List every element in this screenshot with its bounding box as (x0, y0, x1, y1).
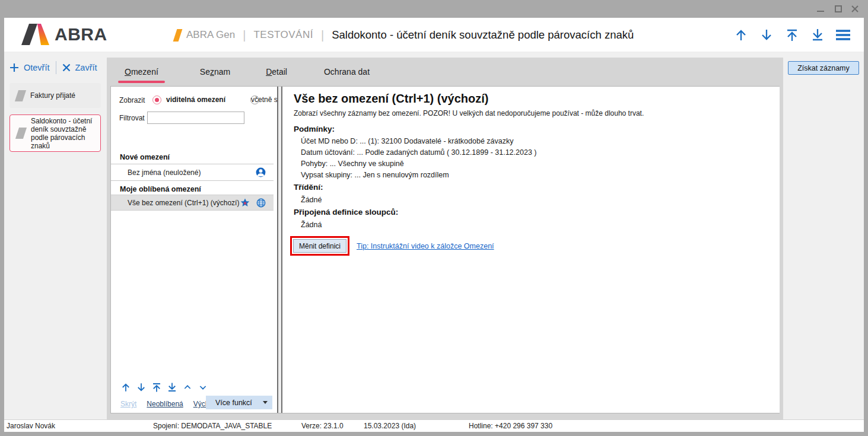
conditions-title: Podmínky: (294, 125, 335, 133)
move-up-icon[interactable] (120, 382, 131, 393)
more-functions-button[interactable]: Více funkcí (206, 396, 272, 409)
radio-visible-label[interactable]: viditelná omezení (166, 96, 225, 104)
favorite-star-icon[interactable] (240, 198, 250, 208)
condition-line: Vypsat skupiny: ... Jen s nenulovým rozd… (301, 171, 449, 179)
show-label: Zobrazit (119, 96, 145, 104)
chevron-down-icon[interactable] (198, 382, 208, 393)
plus-icon (9, 63, 19, 72)
abra-logo-icon (21, 24, 49, 45)
close-label: Zavřít (75, 63, 97, 72)
sidebar-item-faktury-prijate[interactable]: Faktury přijaté (9, 83, 101, 108)
detail-heading: Vše bez omezení (Ctrl+1) (výchozí) (294, 92, 488, 106)
arrow-up-icon[interactable] (733, 27, 749, 43)
status-date: 15.03.2023 (Ida) (364, 422, 416, 430)
move-to-bottom-icon[interactable] (167, 382, 177, 393)
app-header: ABRA ABRA Gen | TESTOVÁNÍ | Saldokonto -… (4, 18, 864, 52)
separator: | (313, 28, 332, 42)
header-toolbar (733, 18, 851, 52)
get-records-button[interactable]: Získat záznamy (788, 61, 859, 75)
tip-video-link[interactable]: Tip: Instruktážní video k záložce Omezen… (357, 242, 494, 250)
unfavorite-link[interactable]: Neoblíbená (147, 400, 183, 408)
abra-logo: ABRA (21, 24, 107, 45)
restriction-detail-panel: Vše bez omezení (Ctrl+1) (výchozí) Zobra… (284, 87, 780, 413)
abra-logo-text: ABRA (55, 24, 107, 44)
move-to-top-icon[interactable] (151, 382, 162, 393)
caret-down-icon (263, 401, 268, 404)
x-icon (62, 63, 71, 72)
hamburger-menu-icon[interactable] (835, 27, 851, 43)
radio-visible-restrictions[interactable] (152, 96, 161, 104)
list-bottom-links: Skrýt Neoblíbená Výcho (120, 400, 213, 408)
filter-input[interactable] (147, 112, 244, 124)
app-window: ABRA ABRA Gen | TESTOVÁNÍ | Saldokonto -… (0, 0, 868, 436)
sidebar-item-saldokonto[interactable]: Saldokonto - účetní deník souvztažně pod… (9, 114, 101, 152)
open-button[interactable]: Otevřít (9, 63, 50, 72)
close-tab-button[interactable]: Zavřít (62, 63, 97, 72)
arrow-to-top-icon[interactable] (784, 27, 800, 43)
columns-title: Připojená definice sloupců: (294, 208, 398, 217)
sorting-value: Žádné (301, 196, 322, 204)
panel-splitter[interactable] (277, 87, 282, 413)
close-icon[interactable] (850, 4, 860, 14)
arrow-down-icon[interactable] (759, 27, 774, 43)
agenda-slash-icon (15, 90, 26, 101)
list-item-favorite-selected[interactable]: Vše bez omezení (Ctrl+1) (výchozí) (111, 195, 274, 211)
condition-line: Datum účtování: ... Podle zadaných datum… (301, 148, 536, 157)
tab-seznam[interactable]: Seznam (186, 58, 244, 86)
status-hotline: Hotline: +420 296 397 330 (469, 422, 552, 430)
minimize-icon[interactable] (816, 4, 825, 14)
divider (56, 61, 56, 74)
maximize-icon[interactable] (834, 4, 843, 14)
header-breadcrumb: ABRA Gen | TESTOVÁNÍ | Saldokonto - účet… (175, 18, 634, 52)
divider (111, 180, 274, 181)
window-titlebar (0, 0, 868, 18)
new-restriction-header: Nové omezení (120, 153, 170, 161)
sidebar-actions: Otevřít Zavřít (9, 61, 97, 74)
detail-description: Zobrazí všechny záznamy bez omezení. POZ… (294, 109, 644, 117)
columns-value: Žádná (301, 221, 322, 229)
list-nav-arrows (120, 382, 208, 393)
radio-hidden-label[interactable]: včetně skry (251, 96, 277, 104)
condition-line: Pohyby: ... Všechny ve skupině (301, 160, 404, 168)
annotation-highlight-box: Měnit definici (290, 236, 349, 256)
user-icon (255, 167, 266, 178)
list-item-unsaved[interactable]: Bez jména (neuložené) (111, 164, 274, 180)
chevron-up-icon[interactable] (182, 382, 193, 393)
tab-detail[interactable]: Detail (252, 58, 301, 86)
tab-omezeni[interactable]: Omezení (110, 58, 173, 86)
favorites-header: Moje oblíbená omezení (120, 185, 201, 193)
filter-label: Filtrovat (119, 114, 145, 122)
tab-bar: Omezení Seznam Detail Ochrana dat (110, 58, 384, 86)
hide-link[interactable]: Skrýt (120, 400, 136, 408)
agenda-slash-icon (15, 128, 27, 139)
move-down-icon[interactable] (136, 382, 147, 393)
open-label: Otevřít (24, 63, 50, 72)
sidebar-item-label: Faktury přijaté (30, 91, 75, 100)
condition-line: Účet MD nebo D: ... (1): 32100 Dodavatel… (301, 137, 514, 145)
sorting-title: Třídění: (294, 183, 323, 192)
restrictions-panel: Zobrazit viditelná omezení včetně skry F… (111, 87, 277, 413)
arrow-to-bottom-icon[interactable] (810, 27, 825, 43)
page-title: Saldokonto - účetní deník souvztažně pod… (332, 28, 634, 42)
app-name: ABRA Gen (186, 29, 235, 41)
change-definition-button[interactable]: Měnit definici (293, 239, 346, 253)
environment-label: TESTOVÁNÍ (253, 29, 313, 41)
status-bar: Jaroslav Novák Spojení: DEMODATA_JAVA_ST… (4, 419, 864, 432)
globe-icon[interactable] (256, 198, 266, 208)
tab-ochrana-dat[interactable]: Ochrana dat (310, 58, 384, 86)
status-version: Verze: 23.1.0 (301, 422, 344, 430)
status-user: Jaroslav Novák (7, 422, 55, 430)
separator: | (235, 28, 253, 42)
sidebar-item-label: Saldokonto - účetní deník souvztažně pod… (31, 117, 96, 150)
status-connection: Spojení: DEMODATA_JAVA_STABLE (153, 422, 272, 430)
slash-icon (173, 29, 183, 42)
